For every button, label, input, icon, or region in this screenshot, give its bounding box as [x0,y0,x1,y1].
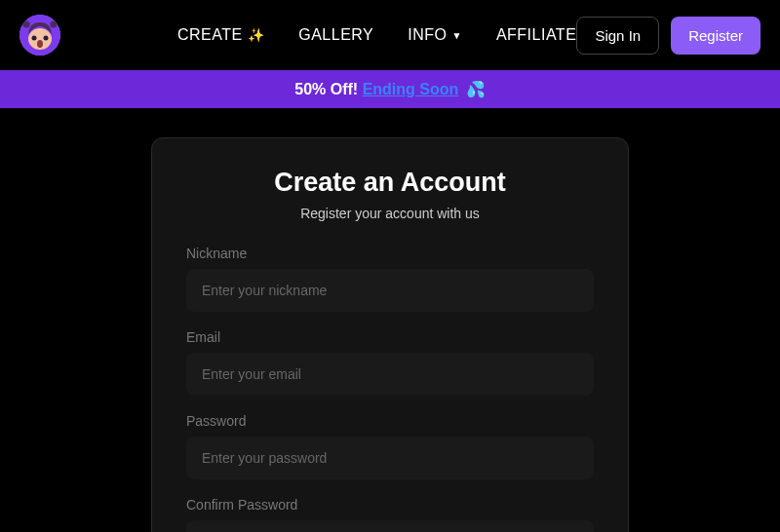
svg-point-4 [37,40,43,48]
nav-affiliate[interactable]: AFFILIATE [496,26,576,44]
svg-point-3 [44,36,49,41]
nav-info-label: INFO [408,26,447,44]
register-card: Create an Account Register your account … [151,137,629,532]
confirm-password-group: Confirm Password [186,497,594,532]
card-title: Create an Account [186,168,594,198]
nav-links: CREATE ✨ GALLERY INFO ▼ AFFILIATE [177,26,576,44]
svg-point-6 [51,21,58,28]
promo-banner: 50% Off! Ending Soon 💦 [0,70,780,108]
nav-create-label: CREATE [177,26,243,44]
banner-prefix: 50% Off! [294,81,358,97]
signin-button[interactable]: Sign In [576,17,659,55]
nav-affiliate-label: AFFILIATE [496,26,576,44]
banner-link[interactable]: Ending Soon [363,81,459,97]
card-wrapper: Create an Account Register your account … [0,108,780,532]
header-buttons: Sign In Register [576,17,760,55]
nickname-label: Nickname [186,246,594,261]
sweat-drops-icon: 💦 [466,81,486,97]
nickname-group: Nickname [186,246,594,312]
svg-point-5 [23,21,30,28]
nav-info[interactable]: INFO ▼ [408,26,462,44]
svg-point-2 [32,36,37,41]
header: CREATE ✨ GALLERY INFO ▼ AFFILIATE Sign I… [0,0,780,70]
password-input[interactable] [186,437,594,479]
email-group: Email [186,329,594,396]
password-label: Password [186,413,594,429]
nav-gallery-label: GALLERY [298,26,373,44]
nickname-input[interactable] [186,269,594,312]
password-group: Password [186,413,594,479]
nav-gallery[interactable]: GALLERY [298,26,373,44]
logo-icon[interactable] [20,15,60,56]
nav-create[interactable]: CREATE ✨ [177,26,264,44]
card-subtitle: Register your account with us [186,206,594,221]
chevron-down-icon: ▼ [451,30,461,41]
register-button[interactable]: Register [671,17,760,55]
sparkle-icon: ✨ [248,27,265,43]
confirm-password-input[interactable] [186,520,594,532]
confirm-password-label: Confirm Password [186,497,594,513]
email-input[interactable] [186,353,594,396]
email-label: Email [186,329,594,345]
